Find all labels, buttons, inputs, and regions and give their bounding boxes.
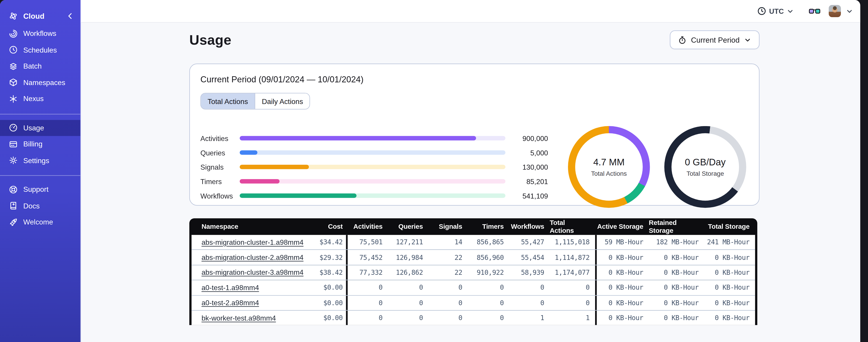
workflows-cell: 55,454: [509, 250, 550, 265]
sidebar-header: Cloud: [9, 9, 75, 23]
retained-storage-cell: 0 KB-Hour: [649, 311, 704, 325]
sidebar-item[interactable]: Namespaces: [0, 74, 80, 91]
usage-bar-chart: Activities 900,000 Queries: [200, 131, 548, 203]
col-active-storage: Active Storage: [597, 223, 649, 230]
sidebar-group: Usage Billing Settings: [0, 114, 80, 169]
donut-value: 4.7 MM: [593, 157, 625, 168]
namespace-link[interactable]: abs-migration-cluster-2.a98mm4: [202, 253, 303, 262]
signals-cell: 22: [429, 250, 468, 265]
sidebar-item-label: Nexus: [23, 95, 43, 103]
cost-cell: $0.00: [312, 280, 346, 295]
schedules-icon: [9, 45, 18, 55]
bar-fill: [240, 179, 279, 184]
sidebar-item[interactable]: Usage: [0, 119, 80, 136]
bar-row: Activities 900,000: [200, 131, 548, 145]
col-total-storage: Total Storage: [704, 223, 755, 230]
app-title: Cloud: [23, 12, 66, 20]
namespace-link[interactable]: bk-worker-test.a98mm4: [202, 314, 276, 322]
activities-cell: 0: [348, 280, 388, 295]
bar-track: [240, 165, 505, 169]
total-actions-cell: 0: [550, 296, 595, 310]
active-storage-cell: 0 KB-Hour: [597, 280, 649, 295]
user-menu-chevron-icon[interactable]: [846, 7, 853, 15]
col-retained-storage: Retained Storage: [649, 219, 704, 234]
sidebar-item[interactable]: Welcome: [0, 214, 80, 230]
table-body: abs-migration-cluster-1.a98mm4 $34.42 75…: [189, 235, 757, 325]
active-storage-cell: 0 KB-Hour: [597, 296, 649, 310]
active-storage-cell: 59 MB-Hour: [597, 235, 649, 249]
timers-cell: 910,922: [468, 265, 509, 280]
active-storage-cell: 0 KB-Hour: [597, 265, 649, 280]
signals-cell: 0: [429, 296, 468, 310]
bar-label: Timers: [200, 177, 240, 185]
bar-track: [240, 136, 505, 141]
col-namespace: Namespace: [192, 223, 312, 230]
settings-icon: [9, 156, 18, 165]
table-row: a0-test-1.a98mm4 $0.00 0 0 0 0 0 0 0 K: [192, 280, 755, 296]
timers-cell: 856,865: [468, 235, 509, 249]
donut-label: Total Storage: [687, 170, 724, 177]
bar-row: Timers 85,201: [200, 174, 548, 189]
sidebar-item[interactable]: Support: [0, 181, 80, 198]
sidebar-item-label: Workflows: [23, 29, 56, 38]
sidebar-item[interactable]: Workflows: [0, 26, 80, 42]
nexus-icon: [9, 94, 18, 103]
activities-cell: 75,501: [348, 235, 388, 249]
sidebar-item-label: Namespaces: [23, 78, 65, 87]
sidebar-item[interactable]: Docs: [0, 198, 80, 214]
col-total-actions: Total Actions: [550, 219, 595, 234]
total-actions-cell: 1,174,077: [550, 265, 595, 280]
timers-cell: 0: [468, 311, 509, 325]
timezone-label: UTC: [769, 7, 784, 15]
cost-cell: $38.42: [312, 265, 346, 280]
namespace-link[interactable]: abs-migration-cluster-1.a98mm4: [202, 238, 303, 246]
user-avatar[interactable]: [829, 5, 841, 17]
bar-value: 85,201: [505, 177, 548, 185]
donut-charts: 4.7 MM Total Actions 0 GB/Day Total Stor…: [568, 126, 746, 208]
total-storage-cell: 0 KB-Hour: [704, 250, 755, 265]
bar-row: Queries 5,000: [200, 145, 548, 160]
topbar: UTC: [81, 0, 860, 23]
labs-glasses-icon[interactable]: [809, 7, 820, 15]
queries-cell: 0: [388, 296, 429, 310]
total-actions-cell: 1,115,018: [550, 235, 595, 249]
namespace-usage-table: Namespace Cost Activities Queries Signal…: [189, 218, 757, 325]
sidebar-item[interactable]: Billing: [0, 136, 80, 152]
retained-storage-cell: 0 KB-Hour: [649, 250, 704, 265]
signals-cell: 0: [429, 311, 468, 325]
total-actions-cell: 1,114,872: [550, 250, 595, 265]
period-selector-button[interactable]: Current Period: [670, 30, 759, 49]
sidebar-item-label: Usage: [23, 124, 44, 132]
table-row: bk-worker-test.a98mm4 $0.00 0 0 0 0 1 1: [192, 311, 755, 325]
timers-cell: 856,960: [468, 250, 509, 265]
workflows-cell: 58,939: [509, 265, 550, 280]
queries-cell: 0: [388, 280, 429, 295]
stopwatch-icon: [678, 36, 687, 44]
bar-label: Signals: [200, 163, 240, 171]
sidebar-item[interactable]: Schedules: [0, 42, 80, 58]
sidebar-item-label: Welcome: [23, 218, 53, 226]
workflows-icon: [9, 29, 18, 38]
bar-value: 130,000: [505, 163, 548, 171]
sidebar-item[interactable]: Batch: [0, 58, 80, 74]
namespace-link[interactable]: a0-test-2.a98mm4: [202, 299, 259, 307]
sidebar-item[interactable]: Nexus: [0, 91, 80, 107]
cost-cell: $0.00: [312, 311, 346, 325]
table-row: abs-migration-cluster-3.a98mm4 $38.42 77…: [192, 265, 755, 280]
sidebar-item-label: Support: [23, 185, 49, 194]
timezone-selector[interactable]: UTC: [757, 6, 794, 15]
tab[interactable]: Daily Actions: [255, 93, 310, 109]
sidebar-item[interactable]: Settings: [0, 152, 80, 169]
tab[interactable]: Total Actions: [201, 93, 255, 109]
donut-label: Total Actions: [591, 170, 627, 177]
cost-cell: $34.42: [312, 235, 346, 249]
timers-cell: 0: [468, 280, 509, 295]
namespace-link[interactable]: a0-test-1.a98mm4: [202, 283, 259, 292]
collapse-sidebar-icon[interactable]: [66, 11, 75, 20]
total-storage-cell: 0 KB-Hour: [704, 265, 755, 280]
bar-label: Queries: [200, 148, 240, 157]
retained-storage-cell: 0 KB-Hour: [649, 296, 704, 310]
bar-fill: [240, 165, 309, 169]
namespace-link[interactable]: abs-migration-cluster-3.a98mm4: [202, 269, 303, 277]
screen: Cloud Workflows: [0, 0, 868, 342]
